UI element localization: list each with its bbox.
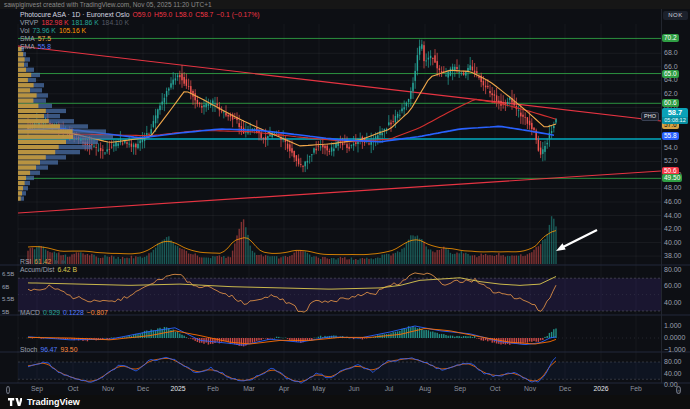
volume-bar [503,255,504,264]
arrow-drawing-shaft[interactable] [562,230,597,248]
candle-body [406,103,407,107]
volume-bar [89,255,90,264]
candle-body [529,121,530,126]
candle-body [102,150,103,151]
volume-bar [500,256,501,265]
legend-menu-icon[interactable] [61,260,65,264]
indicator-name: Stoch [20,346,37,353]
timezone-clock-icon[interactable]: · [6,385,10,394]
volume-bar [91,254,92,264]
volume-bar [395,253,396,264]
rsi-tick-label: 40.00 [664,299,690,307]
volume-bar [96,257,97,265]
candle-body [388,122,389,125]
volume-profile-bar-value-area [18,99,33,103]
indicator-legend-row[interactable]: SMA57.5 [20,35,54,43]
volume-profile-bar-value-area [18,181,25,185]
volume-bar [159,243,160,264]
macd-histogram-bar [525,338,526,343]
macd-histogram-bar [452,336,453,338]
candle-body [542,149,543,154]
macd-legend-row[interactable]: MACD0.9290.1228−0.807 [20,309,111,317]
candle-body [107,149,108,151]
volume-bar [439,250,440,264]
volume-bar [316,256,317,264]
volume-bar [404,248,405,264]
macd-histogram-bar [234,338,235,344]
volume-bar [340,257,341,264]
volume-bar [410,235,411,264]
candle-body [463,73,464,75]
volume-bar [135,256,136,264]
footer-bar: TradingView [0,395,690,409]
indicator-name: Accum/Dist [20,266,54,273]
candle-body [155,115,156,123]
volume-bar [129,258,130,264]
candle-body [96,147,97,148]
macd-histogram-bar [531,338,532,342]
macd-histogram-bar [472,337,473,338]
candle-body [487,86,488,87]
macd-histogram-bar [540,338,541,340]
volume-profile-bar-value-area [18,52,23,56]
time-axis[interactable]: SepOctNovDec2025FebMarAprMayJunJulAugSep… [0,383,661,395]
candle-body [375,136,376,138]
tradingview-logo-text[interactable]: TradingView [27,397,80,407]
volume-bar [428,249,429,264]
candle-body [531,123,532,129]
volume-bar [529,253,530,264]
candle-body [175,78,176,80]
macd-histogram-bar [465,336,466,338]
volume-bar [265,255,266,264]
candle-body [544,146,545,152]
currency-button[interactable]: NOK [663,11,688,20]
volume-bar [377,258,378,265]
chart-canvas[interactable] [0,9,690,395]
indicator-legend-row[interactable]: Vol73.96 K105.16 K [20,27,89,35]
chart-area[interactable]: NOK Photocure ASA · 1D · Euronext OsloO5… [0,9,690,395]
volume-profile-bar-value-area [18,171,30,175]
symbol-legend-title-row[interactable]: Photocure ASA · 1D · Euronext OsloO59.0H… [20,11,262,19]
candle-body [470,65,471,70]
volume-bar [212,256,213,264]
volume-bar [351,258,352,265]
arrow-drawing-head[interactable] [556,243,566,251]
candle-body [168,89,169,91]
indicator-name: MACD [20,309,40,316]
time-axis-month-label: Oct [68,385,79,392]
candle-body [410,91,411,99]
volume-profile-bar-value-area [18,196,21,200]
volume-bar [415,236,416,264]
candle-body [164,98,165,103]
accum-dist-legend-row[interactable]: Accum/Dist6.42 B [20,266,80,274]
candle-body [300,164,301,165]
volume-bar [507,256,508,264]
volume-bar [269,256,270,264]
candle-body [507,102,508,105]
volume-bar [333,258,334,264]
volume-bar [144,257,145,264]
tradingview-logo-icon[interactable] [8,397,22,407]
macd-tick-label: 0.0000 [664,334,690,342]
stoch-legend-row[interactable]: Stoch96.4793.50 [20,346,80,354]
time-axis-month-label: Sep [454,385,466,392]
indicator-legend-row[interactable]: VRVP182.98 K181.86 K184.10 K [20,19,132,27]
volume-bar [214,256,215,264]
candle-body [399,115,400,116]
legend-eye-icon[interactable] [54,260,58,264]
candle-body [239,123,240,127]
ohlc-value: O59.0 [133,11,152,18]
indicator-legend-row[interactable]: SMA55.8 [20,43,54,51]
macd-histogram-bar [104,338,105,339]
candle-body [140,141,141,144]
rsi-legend-row[interactable]: RSI61.42 [20,258,68,266]
macd-histogram-bar [529,338,530,342]
candle-body [320,147,321,148]
macd-histogram-bar [32,338,33,339]
volume-bar [69,257,70,264]
volume-bar [168,236,169,264]
last-price-value: 58.7 [662,108,688,117]
volume-bar [239,229,240,264]
volume-profile-bar-value-area [18,57,25,61]
volume-bar [448,250,449,265]
